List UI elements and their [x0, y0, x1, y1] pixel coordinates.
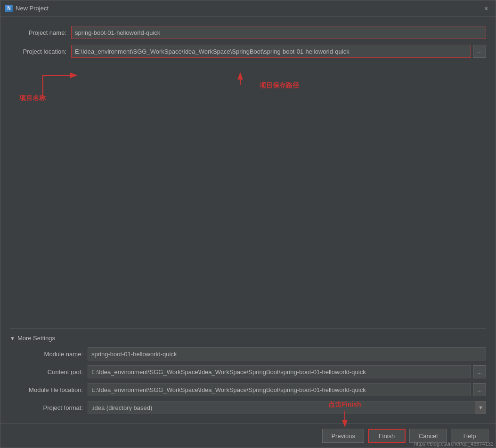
project-name-label: Project name:	[10, 29, 71, 36]
project-location-label: Project location:	[10, 48, 71, 55]
finish-annotation-area: 点击Finish	[326, 400, 364, 428]
module-name-input[interactable]	[88, 347, 486, 360]
title-bar-left: N New Project	[5, 5, 49, 12]
project-name-input[interactable]	[71, 26, 486, 39]
title-bar: N New Project ×	[0, 0, 496, 16]
content-root-browse-button[interactable]: ...	[473, 365, 486, 378]
content-root-label: Content root:	[10, 368, 88, 376]
content-root-input[interactable]	[88, 365, 471, 378]
new-project-dialog: N New Project × Project name: Project lo…	[0, 0, 496, 448]
module-file-browse-button[interactable]: ...	[473, 383, 486, 396]
expand-triangle-icon: ▼	[10, 336, 15, 341]
annotation-project-location: 项目保存路径	[260, 81, 299, 90]
module-name-label: Module name:	[10, 351, 88, 358]
previous-button[interactable]: Previous	[322, 429, 364, 443]
project-location-input[interactable]	[71, 45, 471, 58]
bottom-bar: 点击Finish Previous Finish Cancel Help htt…	[0, 424, 496, 448]
annotations-area: 项目名称 项目保存路径	[10, 68, 486, 129]
project-format-select-wrap: .idea (directory based) ▼	[88, 401, 486, 414]
select-dropdown-arrow-icon[interactable]: ▼	[476, 401, 486, 414]
app-icon: N	[5, 5, 13, 12]
more-settings-label: More Settings	[17, 335, 55, 342]
watermark-url: https://blog.csdn.net/qq_43674132	[414, 441, 494, 447]
module-file-label: Module file location:	[10, 386, 88, 393]
dialog-body: Project name: Project location: ...	[0, 16, 496, 424]
module-file-input[interactable]	[88, 383, 471, 396]
project-format-select[interactable]: .idea (directory based)	[88, 401, 476, 414]
close-button[interactable]: ×	[481, 4, 491, 13]
window-title: New Project	[16, 5, 49, 12]
module-name-row: Module name:	[10, 347, 486, 360]
content-root-row: Content root: ...	[10, 365, 486, 378]
module-name-input-wrap	[88, 347, 486, 360]
more-settings-section: ▼ More Settings Module name: Content roo…	[10, 328, 486, 419]
project-format-label: Project format:	[10, 404, 88, 411]
project-name-input-wrap	[71, 26, 486, 39]
finish-arrow-svg	[326, 409, 364, 428]
module-file-row: Module file location: ...	[10, 383, 486, 396]
project-location-browse-button[interactable]: ...	[473, 45, 486, 58]
finish-button[interactable]: Finish	[368, 429, 406, 443]
project-location-row: Project location: ...	[10, 45, 486, 58]
project-location-input-wrap: ...	[71, 45, 486, 58]
more-settings-header[interactable]: ▼ More Settings	[10, 335, 486, 342]
project-name-row: Project name:	[10, 26, 486, 39]
annotation-finish-label: 点击Finish	[328, 400, 361, 409]
annotation-project-name: 项目名称	[19, 94, 46, 103]
spacer	[10, 129, 486, 328]
content-root-input-wrap: ...	[88, 365, 486, 378]
module-file-input-wrap: ...	[88, 383, 486, 396]
project-format-row: Project format: .idea (directory based) …	[10, 401, 486, 414]
